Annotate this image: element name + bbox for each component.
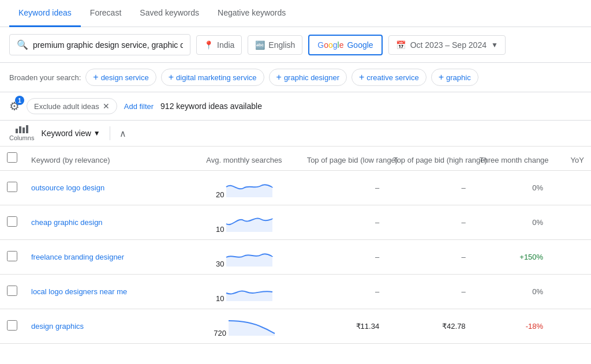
keyword-table-wrap: Keyword (by relevance) Avg. monthly sear… bbox=[0, 147, 591, 344]
top-bid-high-cell: – bbox=[386, 171, 472, 205]
top-bid-low-cell: – bbox=[300, 240, 386, 275]
top-bid-low-cell: – bbox=[300, 171, 386, 205]
top-bid-low-cell: – bbox=[300, 205, 386, 240]
tab-keyword-ideas[interactable]: Keyword ideas bbox=[9, 0, 81, 27]
tab-negative-keywords[interactable]: Negative keywords bbox=[208, 0, 295, 27]
view-row: Columns Keyword view ▼ ∧ bbox=[0, 121, 591, 147]
date-range-label: Oct 2023 – Sep 2024 bbox=[410, 40, 487, 50]
table-row: design graphics720 ₹11.34₹42.78-18% bbox=[0, 309, 591, 344]
top-bid-low-cell: – bbox=[300, 275, 386, 309]
plus-icon: + bbox=[359, 72, 364, 82]
add-filter-button[interactable]: Add filter bbox=[124, 102, 154, 111]
yoy-cell bbox=[550, 205, 591, 240]
columns-label: Columns bbox=[9, 134, 34, 141]
divider bbox=[110, 126, 110, 140]
row-checkbox[interactable] bbox=[7, 216, 17, 227]
select-all-checkbox[interactable] bbox=[7, 152, 17, 163]
row-checkbox[interactable] bbox=[7, 182, 17, 192]
location-icon: 📍 bbox=[204, 40, 214, 50]
table-row: freelance branding designer30 ––+150% bbox=[0, 240, 591, 275]
avg-monthly-cell: 30 bbox=[188, 240, 300, 275]
exclude-adult-chip[interactable]: Exclude adult ideas ✕ bbox=[27, 98, 117, 114]
chevron-down-icon: ▼ bbox=[491, 41, 498, 49]
three-month-cell: 0% bbox=[473, 275, 551, 309]
broaden-chip-graphic-designer[interactable]: + graphic designer bbox=[269, 69, 347, 86]
language-label: English bbox=[268, 40, 295, 50]
keyword-header: Keyword (by relevance) bbox=[24, 147, 188, 171]
yoy-cell bbox=[550, 309, 591, 344]
platform-filter[interactable]: Google Google bbox=[308, 35, 382, 55]
avg-monthly-cell: 10 bbox=[188, 275, 300, 309]
keyword-cell[interactable]: local logo designers near me bbox=[31, 287, 127, 296]
location-filter[interactable]: 📍 India bbox=[196, 35, 242, 55]
three-month-header: Three month change bbox=[473, 147, 551, 171]
chip-label: graphic bbox=[446, 73, 471, 82]
broaden-chip-design-service[interactable]: + design service bbox=[85, 69, 156, 86]
plus-icon: + bbox=[169, 72, 174, 82]
yoy-cell bbox=[550, 240, 591, 275]
filter-row: ⚙ 1 Exclude adult ideas ✕ Add filter 912… bbox=[0, 92, 591, 121]
broaden-chip-digital-marketing[interactable]: + digital marketing service bbox=[161, 69, 264, 86]
broaden-row: Broaden your search: + design service + … bbox=[0, 63, 591, 92]
table-row: outsource logo design20 ––0% bbox=[0, 171, 591, 205]
avg-monthly-cell: 20 bbox=[188, 171, 300, 205]
location-label: India bbox=[217, 40, 234, 50]
search-row: 🔍 📍 India 🔤 English Google Google 📅 Oct … bbox=[0, 27, 591, 63]
exclude-label: Exclude adult ideas bbox=[34, 102, 99, 111]
three-month-cell: -18% bbox=[473, 309, 551, 344]
plus-icon: + bbox=[439, 72, 444, 82]
top-bid-high-header: Top of page bid (high range) bbox=[386, 147, 472, 171]
chip-label: graphic designer bbox=[284, 73, 339, 82]
keyword-cell[interactable]: freelance branding designer bbox=[31, 253, 124, 261]
columns-button[interactable]: Columns bbox=[9, 125, 34, 141]
avg-monthly-cell: 10 bbox=[188, 205, 300, 240]
top-bid-high-cell: – bbox=[386, 205, 472, 240]
yoy-header: YoY bbox=[550, 147, 591, 171]
filter-icon-button[interactable]: ⚙ 1 bbox=[9, 99, 20, 113]
search-icon: 🔍 bbox=[17, 39, 28, 50]
row-checkbox[interactable] bbox=[7, 320, 17, 331]
calendar-icon: 📅 bbox=[396, 40, 406, 50]
select-all-header bbox=[0, 147, 24, 171]
plus-icon: + bbox=[276, 72, 282, 82]
search-input[interactable] bbox=[33, 40, 183, 50]
table-body: outsource logo design20 ––0%cheap graphi… bbox=[0, 171, 591, 344]
keyword-view-button[interactable]: Keyword view ▼ bbox=[41, 129, 100, 138]
broaden-chip-graphic[interactable]: + graphic bbox=[431, 69, 478, 86]
translate-icon: 🔤 bbox=[255, 40, 265, 50]
table-row: local logo designers near me10 ––0% bbox=[0, 275, 591, 309]
top-bid-low-cell: ₹11.34 bbox=[300, 309, 386, 344]
search-box[interactable]: 🔍 bbox=[9, 34, 190, 55]
broaden-label: Broaden your search: bbox=[9, 73, 81, 82]
top-bid-high-cell: – bbox=[386, 275, 472, 309]
keyword-view-label: Keyword view bbox=[41, 129, 91, 138]
chevron-down-icon: ▼ bbox=[93, 129, 100, 137]
platform-label: Google bbox=[347, 40, 373, 50]
chip-label: creative service bbox=[366, 73, 418, 82]
three-month-cell: +150% bbox=[473, 240, 551, 275]
close-icon[interactable]: ✕ bbox=[103, 102, 110, 111]
avg-monthly-header: Avg. monthly searches bbox=[188, 147, 300, 171]
chip-label: digital marketing service bbox=[176, 73, 256, 82]
nav-tabs: Keyword ideas Forecast Saved keywords Ne… bbox=[0, 0, 591, 27]
three-month-cell: 0% bbox=[473, 171, 551, 205]
broaden-chip-creative-service[interactable]: + creative service bbox=[351, 69, 427, 86]
top-bid-high-cell: – bbox=[386, 240, 472, 275]
keyword-cell[interactable]: outsource logo design bbox=[31, 183, 104, 192]
row-checkbox[interactable] bbox=[7, 251, 17, 261]
tab-forecast[interactable]: Forecast bbox=[81, 0, 130, 27]
date-range-filter[interactable]: 📅 Oct 2023 – Sep 2024 ▼ bbox=[388, 35, 506, 55]
row-checkbox[interactable] bbox=[7, 286, 17, 296]
keyword-cell[interactable]: cheap graphic design bbox=[31, 218, 103, 227]
language-filter[interactable]: 🔤 English bbox=[248, 35, 302, 55]
filter-badge: 1 bbox=[15, 96, 24, 105]
tab-saved-keywords[interactable]: Saved keywords bbox=[130, 0, 208, 27]
collapse-button[interactable]: ∧ bbox=[119, 128, 126, 139]
chip-label: design service bbox=[101, 73, 149, 82]
plus-icon: + bbox=[93, 72, 98, 82]
avg-monthly-cell: 720 bbox=[188, 309, 300, 344]
google-icon: Google bbox=[317, 40, 343, 50]
keyword-cell[interactable]: design graphics bbox=[31, 322, 84, 331]
columns-icon bbox=[16, 125, 28, 133]
three-month-cell: 0% bbox=[473, 205, 551, 240]
